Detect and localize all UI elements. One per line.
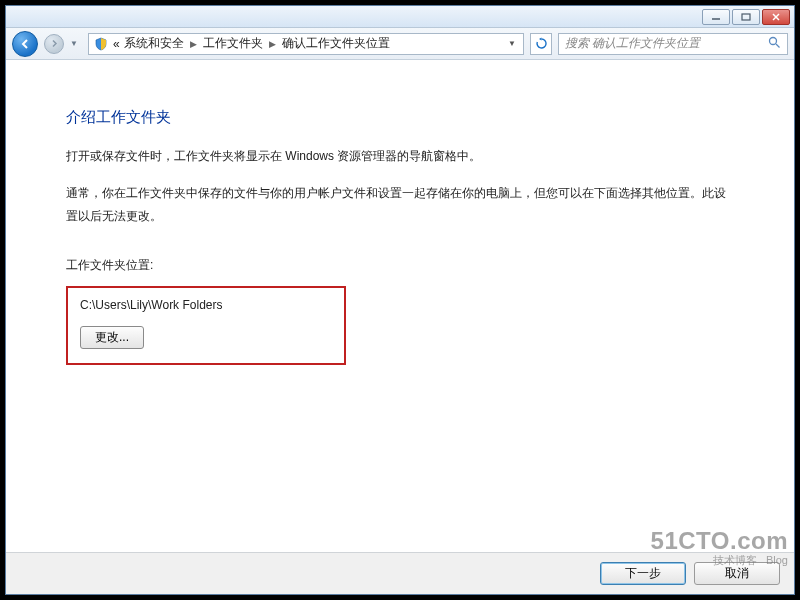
change-button[interactable]: 更改... bbox=[80, 326, 144, 349]
breadcrumb-prefix: « bbox=[113, 37, 120, 51]
search-input[interactable]: 搜索 确认工作文件夹位置 bbox=[558, 33, 788, 55]
nav-history-dropdown[interactable]: ▼ bbox=[70, 39, 82, 48]
search-placeholder: 搜索 确认工作文件夹位置 bbox=[565, 35, 700, 52]
shield-icon bbox=[93, 36, 109, 52]
back-button[interactable] bbox=[12, 31, 38, 57]
forward-button[interactable] bbox=[44, 34, 64, 54]
intro-paragraph-1: 打开或保存文件时，工作文件夹将显示在 Windows 资源管理器的导航窗格中。 bbox=[66, 145, 734, 168]
refresh-button[interactable] bbox=[530, 33, 552, 55]
footer-bar: 下一步 取消 bbox=[6, 552, 794, 594]
window-frame: ▼ « 系统和安全 ▶ 工作文件夹 ▶ 确认工作文件夹位置 ▼ 搜索 确认工 bbox=[5, 5, 795, 595]
svg-line-5 bbox=[776, 44, 780, 48]
chevron-right-icon: ▶ bbox=[267, 39, 278, 49]
minimize-button[interactable] bbox=[702, 9, 730, 25]
address-bar[interactable]: « 系统和安全 ▶ 工作文件夹 ▶ 确认工作文件夹位置 ▼ bbox=[88, 33, 524, 55]
search-icon bbox=[768, 36, 781, 52]
maximize-button[interactable] bbox=[732, 9, 760, 25]
address-dropdown[interactable]: ▼ bbox=[505, 39, 519, 48]
chevron-right-icon: ▶ bbox=[188, 39, 199, 49]
close-button[interactable] bbox=[762, 9, 790, 25]
breadcrumb-item[interactable]: 工作文件夹 bbox=[203, 35, 263, 52]
page-title: 介绍工作文件夹 bbox=[66, 108, 734, 127]
titlebar bbox=[6, 6, 794, 28]
svg-rect-1 bbox=[742, 14, 750, 20]
breadcrumb-item[interactable]: 系统和安全 bbox=[124, 35, 184, 52]
navigation-bar: ▼ « 系统和安全 ▶ 工作文件夹 ▶ 确认工作文件夹位置 ▼ 搜索 确认工 bbox=[6, 28, 794, 60]
next-button[interactable]: 下一步 bbox=[600, 562, 686, 585]
breadcrumb-item[interactable]: 确认工作文件夹位置 bbox=[282, 35, 390, 52]
location-label: 工作文件夹位置: bbox=[66, 257, 734, 274]
svg-point-4 bbox=[770, 37, 777, 44]
location-highlight-box: C:\Users\Lily\Work Folders 更改... bbox=[66, 286, 346, 365]
content-area: 介绍工作文件夹 打开或保存文件时，工作文件夹将显示在 Windows 资源管理器… bbox=[6, 60, 794, 552]
cancel-button[interactable]: 取消 bbox=[694, 562, 780, 585]
folder-path: C:\Users\Lily\Work Folders bbox=[80, 298, 332, 312]
intro-paragraph-2: 通常，你在工作文件夹中保存的文件与你的用户帐户文件和设置一起存储在你的电脑上，但… bbox=[66, 182, 734, 228]
